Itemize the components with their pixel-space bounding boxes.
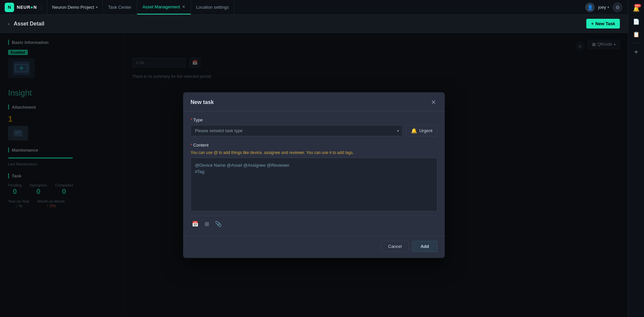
rail-divider [632,43,640,43]
new-task-button[interactable]: + New Task [586,19,620,29]
tab-task-center[interactable]: Task Center [103,0,137,14]
add-button[interactable]: Add [412,241,437,252]
back-icon: ‹ [8,21,10,27]
tab-task-center-label: Task Center [108,5,131,10]
cancel-button[interactable]: Cancel [381,241,409,252]
tab-location-settings[interactable]: Location settings [191,0,235,14]
project-name: Neuron Demo Project [52,5,94,10]
calendar-toolbar-icon[interactable]: 📅 [191,219,200,228]
settings-icon: ⚙ [615,5,620,10]
modal-title: New task [191,99,214,105]
new-task-label: New Task [595,21,615,26]
page-body: Basic Information Enabled Insight [0,33,628,317]
tab-asset-management[interactable]: Asset Management ✕ [137,0,191,14]
sub-header: ‹ Asset Detail + New Task [0,15,628,33]
new-task-plus-icon: + [591,21,594,26]
type-select[interactable]: Please selselct task type [191,125,402,136]
urgent-button[interactable]: 🔔 Urgent [406,125,437,137]
project-selector[interactable]: Neuron Demo Project ▾ [47,0,103,14]
logo-mark: N [5,3,14,12]
user-menu[interactable]: joey ▾ [598,5,609,10]
files-rail-icon[interactable]: 📄 [631,16,642,27]
add-rail-icon[interactable]: + [631,47,642,57]
logo[interactable]: N NEUR●N | [0,0,47,14]
project-dropdown-icon: ▾ [96,5,98,9]
content-required-star: * [191,143,192,148]
notifications-rail-icon[interactable]: 🔔 99+ [631,3,642,14]
close-tab-asset-management-icon[interactable]: ✕ [182,5,185,9]
logo-text: NEUR●N [17,5,37,10]
side-rail: 🔔 99+ 📄 📋 + [628,0,644,317]
modal-toolbar: 📅 ⊞ 📎 [191,216,437,230]
content-field-label: * Content [191,143,437,148]
modal-overlay: New task ✕ * Type Pleas [0,33,628,317]
modal-close-button[interactable]: ✕ [429,98,437,106]
tab-location-settings-label: Location settings [196,5,229,10]
modal-header: New task ✕ [183,92,445,111]
notifications-badge: 99+ [634,4,641,7]
attachment-toolbar-icon[interactable]: 📎 [214,219,223,228]
urgent-icon: 🔔 [411,128,417,134]
back-button[interactable]: ‹ [8,21,10,27]
modal-footer: Cancel Add [183,236,445,258]
user-name: joey [598,5,606,10]
type-label-text: Type [193,117,203,122]
page-title: Asset Detail [14,21,45,27]
table-toolbar-icon[interactable]: ⊞ [203,219,210,228]
document-icon: 📋 [633,31,640,38]
topbar-tabs: Task Center Asset Management ✕ Location … [103,0,580,14]
document-rail-icon[interactable]: 📋 [631,29,642,40]
urgent-label: Urgent [419,128,432,133]
topbar-right: 👤 joey ▾ ⚙ [580,2,628,12]
user-dropdown-icon: ▾ [607,5,609,9]
files-icon: 📄 [633,18,640,25]
avatar: 👤 [585,3,595,12]
tab-asset-management-label: Asset Management [143,4,180,9]
type-required-star: * [191,117,192,122]
content-area: ‹ Asset Detail + New Task Basic Informat… [0,15,628,317]
topbar: N NEUR●N | Neuron Demo Project ▾ Task Ce… [0,0,628,15]
type-select-wrapper: Please selselct task type ▾ [191,125,402,136]
sub-header-actions: + New Task [586,19,620,29]
type-field-label: * Type [191,117,437,122]
new-task-modal: New task ✕ * Type Pleas [183,92,445,258]
content-label-text: Content [193,143,209,148]
type-row: Please selselct task type ▾ 🔔 Urgent [191,125,437,137]
modal-body: * Type Please selselct task type ▾ [183,111,445,236]
content-textarea[interactable]: @Device Name @Asset @Assignee @Reviewer … [191,158,437,211]
add-icon: + [634,48,638,56]
content-hint: You can use @ to add things like device,… [191,150,437,155]
settings-button[interactable]: ⚙ [612,2,623,12]
